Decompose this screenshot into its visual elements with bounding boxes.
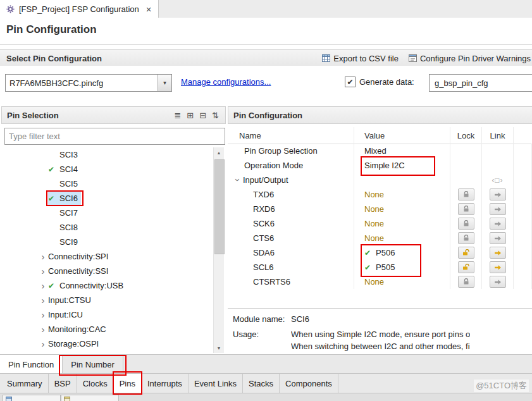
module-info-area: Module name: SCI6 Usage: When using Simp… (228, 308, 532, 354)
config-row-sda6: SDA6✔P506 (228, 245, 532, 260)
unlock-button[interactable] (458, 261, 474, 273)
check-icon: ✔ (364, 263, 376, 272)
expand-all-icon[interactable]: ⊞ (187, 111, 194, 120)
chevron-down-icon[interactable]: ▾ (158, 75, 171, 91)
collapse-all-icon[interactable]: ⊟ (199, 111, 206, 120)
tree-item-inner: SCI3 (48, 148, 81, 161)
tree-item-storage-ospi[interactable]: ›Storage:OSPI (1, 336, 213, 351)
lock-button[interactable] (458, 232, 474, 244)
lock-button[interactable] (458, 276, 474, 288)
pincfg-combobox[interactable]: R7FA6M5BH3CFC.pincfg ▾ (5, 74, 172, 92)
tree-expand-chevron-icon[interactable]: › (38, 266, 48, 276)
row-value-cell[interactable]: None (354, 202, 450, 216)
scroll-up-icon[interactable]: ▲ (214, 147, 224, 157)
link-arrow-button[interactable] (490, 218, 506, 230)
tab-summary[interactable]: Summary (1, 374, 49, 393)
link-arrow-button[interactable] (490, 232, 506, 244)
link-arrow-button[interactable] (490, 203, 506, 215)
lock-button[interactable] (458, 188, 474, 200)
column-header-lock: Lock (450, 127, 482, 144)
scroll-down-icon[interactable]: ▼ (214, 343, 224, 353)
column-header-value: Value (354, 127, 450, 144)
configure-pin-driver-warnings-button[interactable]: Configure Pin Driver Warnings (409, 54, 531, 63)
subtab-pin-function[interactable]: Pin Function (0, 355, 63, 374)
filter-input[interactable] (4, 128, 225, 145)
tab-pins[interactable]: Pins (114, 374, 142, 393)
tree-item-connectivity-usb[interactable]: ›✔Connectivity:USB (1, 278, 213, 293)
close-icon[interactable]: × (146, 4, 152, 14)
link-arrow-button[interactable] (490, 188, 506, 200)
generate-data-label: Generate data: (359, 77, 414, 87)
tree-item-inner: ✔Connectivity:USB (48, 279, 127, 292)
partial-view-tab-strip (0, 393, 532, 401)
tree-expand-chevron-icon[interactable]: › (38, 324, 48, 334)
tab-components[interactable]: Components (280, 374, 338, 393)
pin-configuration-title: Pin Configuration (228, 111, 302, 120)
config-row-rxd6: RXD6None (228, 202, 532, 216)
tree-item-input-icu[interactable]: ›Input:ICU (1, 307, 213, 322)
tree-item-connectivity-spi[interactable]: ›Connectivity:SPI (1, 249, 213, 264)
subtab-pin-number[interactable]: Pin Number (63, 355, 123, 374)
pincfg-selected-value: R7FA6M5BH3CFC.pincfg (6, 78, 158, 88)
tree-scrollbar[interactable]: ▲ ▼ (213, 147, 224, 353)
check-icon: ✔ (48, 165, 59, 174)
tab-label: Summary (7, 379, 42, 388)
tree-item-sci7[interactable]: SCI7 (1, 206, 213, 220)
configuration-controls-row: R7FA6M5BH3CFC.pincfg ▾ Manage configurat… (0, 66, 532, 100)
partial-view-tab-1[interactable] (3, 395, 61, 401)
row-value-label: None (364, 190, 384, 199)
export-to-csv-button[interactable]: Export to CSV file (322, 54, 399, 63)
tree-item-sci9[interactable]: SCI9 (1, 235, 213, 249)
generate-data-input[interactable] (429, 74, 532, 92)
row-name-label: SDA6 (253, 248, 275, 257)
pin-driver-warnings-icon (409, 54, 417, 62)
tree-item-monitoring-cac[interactable]: ›Monitoring:CAC (1, 322, 213, 336)
tab-bsp[interactable]: BSP (49, 374, 77, 393)
tree-item-sci3[interactable]: SCI3 (1, 147, 213, 162)
row-value-label: None (364, 219, 384, 228)
tab-label: Interrupts (147, 379, 182, 388)
row-value-cell[interactable]: None (354, 275, 450, 289)
tab-stacks[interactable]: Stacks (243, 374, 280, 393)
tree-item-input-ctsu[interactable]: ›Input:CTSU (1, 293, 213, 307)
link-arrow-button[interactable] (490, 247, 506, 259)
tree-item-sci6[interactable]: ✔SCI6 (1, 191, 213, 206)
lock-button[interactable] (458, 203, 474, 215)
tree-item-sci4[interactable]: ✔SCI4 (1, 162, 213, 176)
tree-item-sci8[interactable]: SCI8 (1, 220, 213, 235)
editor-tab-fsp-configuration[interactable]: [FSP_Project] FSP Configuration × (0, 0, 159, 18)
tree-item-sci5[interactable]: SCI5 (1, 176, 213, 191)
collapse-chevron-icon[interactable]: › (233, 175, 243, 185)
unlock-button[interactable] (458, 247, 474, 259)
row-value-cell[interactable]: Simple I2C (354, 158, 450, 173)
tree-item-inner: SCI7 (48, 206, 81, 219)
generate-data-checkbox[interactable]: ✔ (345, 77, 356, 87)
row-value-cell[interactable]: None (354, 187, 450, 202)
lock-button[interactable] (458, 218, 474, 230)
tree-expand-chevron-icon[interactable]: › (38, 252, 48, 261)
sort-icon[interactable]: ⇅ (212, 111, 219, 120)
tree-expand-chevron-icon[interactable]: › (38, 310, 48, 319)
row-value-cell[interactable]: Mixed (354, 144, 450, 158)
tab-interrupts[interactable]: Interrupts (142, 374, 189, 393)
tab-clocks[interactable]: Clocks (77, 374, 114, 393)
row-value-cell[interactable] (354, 173, 450, 187)
manage-configurations-link[interactable]: Manage configurations... (181, 77, 271, 87)
row-name-label: SCK6 (253, 219, 275, 228)
column-header-link: Link (482, 127, 514, 144)
scrollbar-thumb[interactable] (214, 159, 225, 254)
link-arrow-button[interactable] (490, 261, 506, 273)
link-with-editor-icon[interactable]: ≣ (174, 111, 181, 120)
tree-expand-chevron-icon[interactable]: › (38, 281, 48, 290)
tree-expand-chevron-icon[interactable]: › (38, 339, 48, 349)
tree-item-connectivity-ssi[interactable]: ›Connectivity:SSI (1, 264, 213, 278)
pin-configuration-header: Pin Configuration (228, 106, 532, 124)
row-value-cell[interactable]: None (354, 231, 450, 245)
row-value-cell[interactable]: None (354, 216, 450, 231)
row-value-cell[interactable]: ✔P506 (354, 245, 450, 260)
link-arrow-button[interactable] (490, 276, 506, 288)
partial-view-tab-2[interactable] (61, 395, 119, 401)
row-value-cell[interactable]: ✔P505 (354, 260, 450, 275)
tree-expand-chevron-icon[interactable]: › (38, 295, 48, 305)
tab-event-links[interactable]: Event Links (189, 374, 243, 393)
